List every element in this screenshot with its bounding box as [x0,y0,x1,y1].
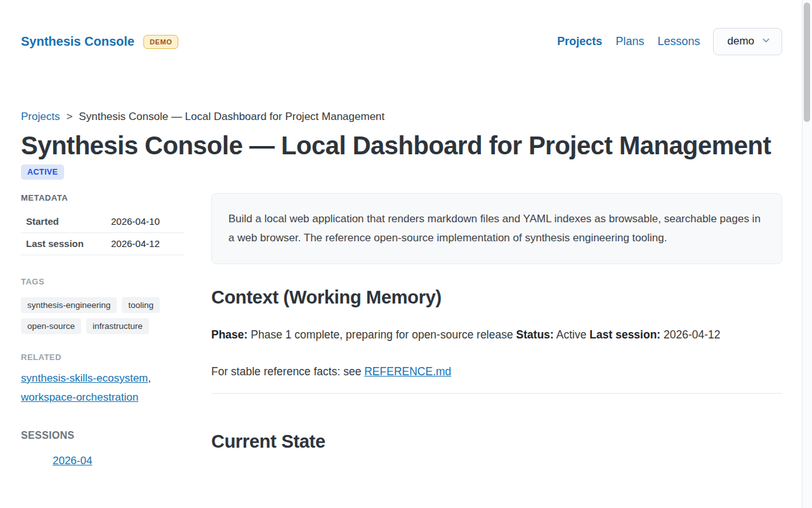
metadata-value: 2026-04-10 [111,216,160,227]
current-state-heading: Current State [211,431,782,452]
status-badge: ACTIVE [21,164,64,180]
reference-md-link[interactable]: REFERENCE.md [364,365,451,378]
project-selector[interactable]: demo [713,28,782,55]
session-link[interactable]: 2026-04 [53,455,92,467]
section-divider [211,393,782,394]
brand-link[interactable]: Synthesis Console [21,34,134,49]
tag-badge: open-source [21,318,81,334]
related-separator: , [148,372,151,384]
layout: METADATA Started 2026-04-10 Last session… [21,193,782,467]
session-list-item: 2026-04 [53,455,185,467]
field-value-status: Active [556,328,587,341]
chevron-down-icon [761,36,771,48]
context-heading: Context (Working Memory) [211,287,782,308]
related-links: synthesis-skills-ecosystem, workspace-or… [21,369,185,407]
breadcrumb-current: Synthesis Console — Local Dashboard for … [79,110,384,123]
breadcrumb-separator: > [66,110,72,123]
related-link[interactable]: workspace-orchestration [21,391,138,403]
tag-badge: synthesis-engineering [21,297,117,313]
tags-section: TAGS synthesis-engineering tooling open-… [21,277,185,334]
nav-plans[interactable]: Plans [615,35,644,48]
metadata-label: METADATA [21,193,185,203]
metadata-value: 2026-04-12 [111,238,160,249]
metadata-row: Started 2026-04-10 [21,211,185,233]
project-description: Build a local web application that rende… [211,193,782,264]
field-label-status: Status: [516,328,554,341]
project-selector-value: demo [727,35,754,48]
brand-wrap: Synthesis Console DEMO [21,34,178,49]
reference-note-text: For stable reference facts: see [211,365,364,378]
metadata-table: Started 2026-04-10 Last session 2026-04-… [21,211,185,255]
nav-projects[interactable]: Projects [557,35,602,48]
page-title: Synthesis Console — Local Dashboard for … [21,131,782,160]
tag-badge: infrastructure [86,318,149,334]
tags-label: TAGS [21,277,185,286]
related-section: RELATED synthesis-skills-ecosystem, work… [21,352,185,407]
sessions-label: SESSIONS [21,430,185,441]
tags-list: synthesis-engineering tooling open-sourc… [21,297,185,334]
breadcrumb-projects-link[interactable]: Projects [21,110,60,123]
reference-note: For stable reference facts: see REFERENC… [211,365,782,378]
field-label-last-session: Last session: [589,328,660,341]
main-content: Build a local web application that rende… [211,193,782,467]
field-value-last-session: 2026-04-12 [664,328,721,341]
sessions-list: 2026-04 [21,455,185,467]
nav-lessons[interactable]: Lessons [657,35,700,48]
related-link[interactable]: synthesis-skills-ecosystem [21,372,148,384]
sidebar: METADATA Started 2026-04-10 Last session… [21,193,185,467]
sessions-section: SESSIONS 2026-04 [21,430,185,467]
main-nav: Projects Plans Lessons demo [557,28,782,55]
breadcrumb: Projects>Synthesis Console — Local Dashb… [21,110,782,123]
top-bar: Synthesis Console DEMO Projects Plans Le… [21,0,782,55]
page: Synthesis Console DEMO Projects Plans Le… [0,0,812,467]
field-label-phase: Phase: [211,328,247,341]
scrollbar-thumb[interactable] [804,3,810,122]
related-label: RELATED [21,352,185,362]
demo-badge: DEMO [143,35,178,49]
metadata-key: Last session [26,238,111,249]
tag-badge: tooling [122,297,160,313]
context-fields: Phase: Phase 1 complete, preparing for o… [211,324,782,345]
scrollbar-track[interactable] [802,0,812,508]
metadata-row: Last session 2026-04-12 [21,233,185,255]
metadata-section: METADATA Started 2026-04-10 Last session… [21,193,185,255]
metadata-key: Started [26,216,111,227]
field-value-phase: Phase 1 complete, preparing for open-sou… [251,328,513,341]
